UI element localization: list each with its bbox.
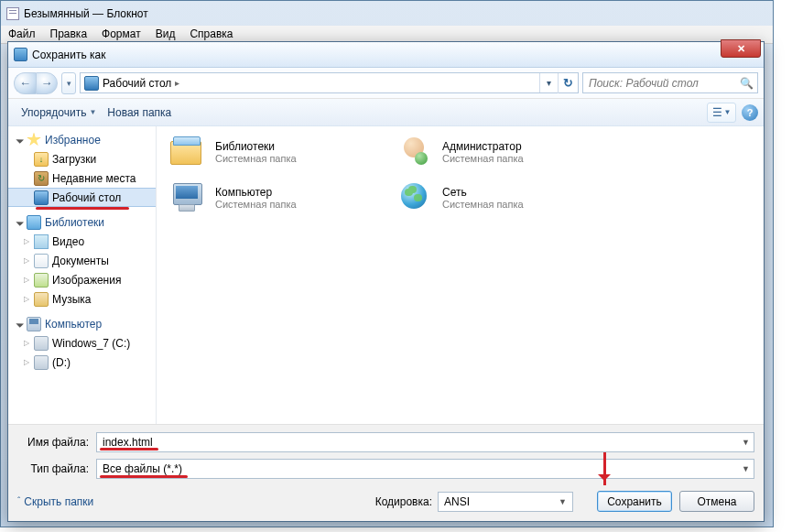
filetype-select[interactable]: Все файлы (*.*) ▼ (96, 459, 754, 479)
tree-item-downloads[interactable]: Загрузки (8, 149, 156, 168)
refresh-button[interactable]: ↻ (558, 73, 578, 93)
chevron-up-icon: ˆ (17, 496, 20, 506)
search-icon: 🔍 (740, 77, 754, 90)
organize-menu[interactable]: Упорядочить ▼ (16, 103, 102, 123)
tree-label: Видео (52, 235, 84, 248)
hide-folders-link[interactable]: ˆ Скрыть папки (17, 495, 93, 508)
expander-icon[interactable] (14, 135, 24, 145)
tree-label: Рабочий стол (52, 191, 121, 204)
tree-label: Музыка (52, 293, 91, 306)
filetype-value: Все файлы (*.*) (103, 462, 182, 475)
tree-label: Загрузки (52, 153, 96, 166)
expander-icon[interactable] (21, 294, 31, 304)
tree-computer[interactable]: Компьютер (8, 314, 156, 333)
new-folder-button[interactable]: Новая папка (102, 103, 177, 123)
documents-icon (34, 254, 49, 268)
expander-icon[interactable] (21, 255, 31, 266)
tree-item-drive-d[interactable]: (D:) (8, 353, 156, 372)
chevron-down-icon: ▾ (547, 78, 551, 88)
annotation-underline-filename (100, 448, 158, 451)
cancel-button[interactable]: Отмена (679, 491, 754, 512)
tree-label: Windows_7 (C:) (52, 337, 130, 350)
computer-icon (27, 317, 41, 331)
file-list[interactable]: Библиотеки Системная папка Администратор… (157, 126, 764, 424)
address-bar[interactable]: Рабочий стол ▸ ▾ ↻ (80, 72, 579, 93)
close-button[interactable]: ✕ (721, 39, 761, 58)
tree-favorites-label: Избранное (45, 134, 101, 147)
encoding-label: Кодировка: (375, 495, 432, 508)
search-placeholder: Поиск: Рабочий стол (589, 77, 699, 90)
dialog-titlebar[interactable]: Сохранить как ✕ (8, 42, 764, 68)
notepad-title-text: Безымянный — Блокнот (24, 7, 148, 20)
address-dropdown-button[interactable]: ▾ (539, 73, 558, 92)
list-item-admin[interactable]: Администратор Системная папка (395, 134, 605, 170)
nav-forward-button[interactable]: → (36, 72, 58, 94)
expander-icon[interactable] (14, 319, 24, 329)
chevron-down-icon[interactable]: ▼ (742, 464, 750, 473)
globe-icon (395, 179, 435, 216)
view-options-button[interactable]: ☰ ▼ (707, 103, 736, 123)
nav-history-dropdown[interactable]: ▾ (61, 72, 76, 94)
help-button[interactable]: ? (742, 104, 758, 121)
list-item-libraries[interactable]: Библиотеки Системная папка (168, 134, 378, 170)
chevron-down-icon: ▼ (89, 108, 96, 116)
encoding-select[interactable]: ANSI ▼ (438, 492, 573, 512)
filetype-label: Тип файла: (17, 462, 96, 475)
toolbar: Упорядочить ▼ Новая папка ☰ ▼ ? (8, 99, 764, 126)
notepad-titlebar[interactable]: Безымянный — Блокнот (1, 1, 773, 26)
filename-input[interactable]: index.html ▼ (96, 432, 754, 452)
user-icon (395, 134, 435, 170)
nav-back-button[interactable]: ← (14, 72, 36, 94)
list-item-network[interactable]: Сеть Системная папка (395, 179, 605, 216)
view-icon: ☰ (712, 106, 722, 119)
list-item-computer[interactable]: Компьютер Системная папка (168, 179, 378, 216)
tree-item-drive-c[interactable]: Windows_7 (C:) (8, 333, 156, 353)
chevron-down-icon: ▼ (559, 497, 567, 506)
chevron-down-icon[interactable]: ▼ (742, 438, 750, 447)
item-sub: Системная папка (442, 153, 524, 164)
tree-item-documents[interactable]: Документы (8, 251, 156, 270)
arrow-right-icon: → (41, 76, 53, 90)
arrow-left-icon: ← (19, 76, 31, 90)
save-button[interactable]: Сохранить (597, 491, 672, 512)
nav-row: ← → ▾ Рабочий стол ▸ ▾ ↻ Поиск: Рабочий (8, 68, 764, 99)
expander-icon[interactable] (21, 338, 31, 348)
cancel-label: Отмена (697, 495, 736, 508)
new-folder-label: Новая папка (107, 106, 171, 119)
tree-item-images[interactable]: Изображения (8, 270, 156, 289)
dialog-title: Сохранить как (32, 49, 105, 61)
tree-item-recent[interactable]: Недавние места (8, 168, 156, 188)
search-input[interactable]: Поиск: Рабочий стол 🔍 (582, 72, 758, 93)
tree-item-video[interactable]: Видео (8, 232, 156, 251)
item-name: Администратор (442, 140, 524, 153)
filename-label: Имя файла: (17, 436, 96, 449)
expander-icon[interactable] (21, 357, 31, 367)
expander-icon[interactable] (14, 217, 24, 227)
libraries-icon (27, 215, 41, 230)
expander-icon[interactable] (21, 236, 31, 246)
desktop-icon (34, 190, 49, 205)
tree-item-music[interactable]: Музыка (8, 289, 156, 309)
filename-value: index.html (103, 436, 153, 449)
organize-label: Упорядочить (21, 106, 86, 119)
tree-favorites[interactable]: Избранное (8, 130, 156, 149)
downloads-icon (34, 152, 49, 167)
tree-item-desktop[interactable]: Рабочий стол (8, 188, 156, 207)
tree-label: Библиотеки (45, 216, 104, 229)
refresh-icon: ↻ (563, 76, 573, 90)
save-as-dialog: Сохранить как ✕ ← → ▾ Рабочий стол ▸ ▾ (7, 41, 765, 522)
tree-libraries[interactable]: Библиотеки (8, 212, 156, 232)
expander-icon[interactable] (21, 275, 31, 285)
breadcrumb-separator-icon[interactable]: ▸ (171, 78, 183, 88)
tree-label: Изображения (52, 274, 121, 287)
chevron-down-icon: ▼ (724, 108, 732, 116)
item-sub: Системная папка (215, 199, 297, 210)
breadcrumb-location[interactable]: Рабочий стол (103, 77, 171, 90)
item-sub: Системная папка (442, 199, 524, 210)
item-name: Библиотеки (215, 140, 297, 153)
music-icon (34, 292, 49, 307)
tree-label: Компьютер (45, 318, 102, 331)
star-icon (27, 133, 41, 147)
tree-label: (D:) (52, 356, 71, 369)
computer-icon (168, 179, 208, 216)
